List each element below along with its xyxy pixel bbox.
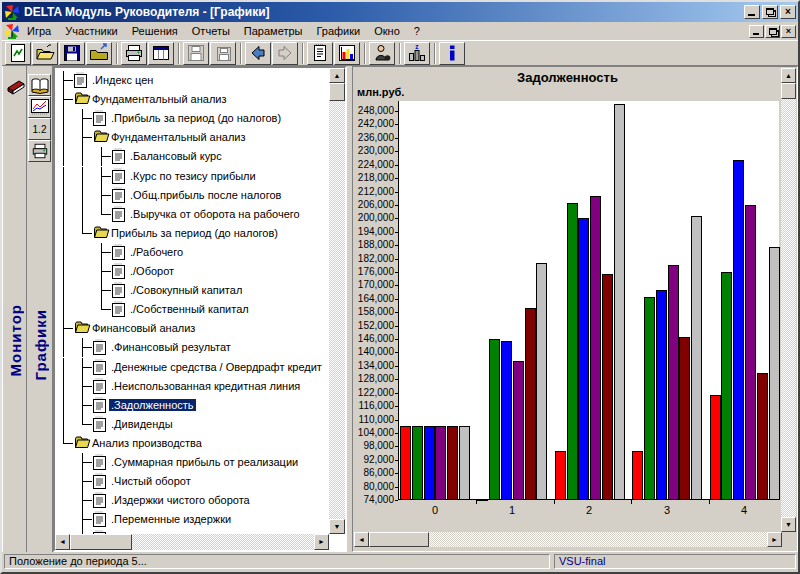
tree-item[interactable]: .Суммарная прибыль от реализации (55, 453, 329, 472)
scroll-left-arrow-icon[interactable]: ◄ (55, 534, 70, 550)
menu-item[interactable]: Графики (309, 23, 367, 39)
tree-hscrollbar[interactable]: ◄ ► (55, 534, 329, 550)
scroll-up-arrow-icon[interactable]: ▲ (329, 68, 345, 83)
chart-hscrollbar[interactable]: ◄ ► (354, 532, 782, 547)
chart-vscroll-thumb[interactable] (781, 83, 796, 99)
tree-item-label[interactable]: .Балансовый курс (128, 150, 224, 162)
tree-item[interactable]: .Издержки чистого оборота (55, 491, 329, 510)
open-book-button[interactable] (28, 74, 51, 96)
new-chart-button[interactable] (5, 42, 31, 65)
minimize-button[interactable] (744, 5, 760, 19)
tree-item-label[interactable]: .Чистый оборот (109, 475, 193, 487)
tree-item-label[interactable]: .Неиспользованная кредитная линия (109, 380, 302, 392)
menu-item[interactable]: Игра (20, 23, 58, 39)
tree-item[interactable]: .Индекс цен (55, 71, 329, 90)
tree-item-label[interactable]: .Индекс цен (90, 74, 155, 86)
tree-item[interactable]: Фундаментальный анализ (55, 128, 329, 147)
tree-item[interactable]: .Общ.прибыль после налогов (55, 186, 329, 205)
tree-item-label[interactable]: .Общ.прибыль после налогов (128, 189, 283, 201)
tree-item-label[interactable]: .Курс по тезису прибыли (128, 170, 258, 182)
tree-item-label[interactable]: Финансовый анализ (90, 322, 197, 334)
menu-item[interactable]: Участники (58, 23, 125, 39)
menu-item[interactable]: Окно (367, 23, 407, 39)
tree-item-label[interactable]: Фундаментальный анализ (90, 93, 229, 105)
back-button[interactable] (245, 42, 271, 65)
save-button[interactable] (59, 42, 85, 65)
menu-item[interactable]: Отчеты (185, 23, 237, 39)
tree-item-label[interactable]: ./Совокупный капитал (128, 284, 244, 296)
export-folder-button[interactable] (86, 42, 112, 65)
tree-item-label[interactable]: ./Оборот (128, 265, 176, 277)
scale-button[interactable]: 1.2 (28, 118, 51, 140)
tree-item[interactable]: ./Собственный капитал (55, 300, 329, 319)
tree-item[interactable]: .Курс по тезису прибыли (55, 167, 329, 186)
tree-item[interactable]: .Финансовый результат (55, 338, 329, 357)
tree-item-label[interactable]: .Прибыль за период (до налогов) (109, 112, 283, 124)
tree-item-label[interactable]: .Финансовый результат (109, 341, 233, 353)
tree-item-label[interactable]: .Переменные издержки (109, 513, 233, 525)
tree-vscrollbar[interactable]: ▲ ▼ (329, 68, 345, 534)
back-arrow-icon (248, 43, 268, 63)
tree-item[interactable]: Фундаментальный анализ (55, 90, 329, 109)
tree-item-label[interactable]: Анализ производства (90, 437, 204, 449)
close-button[interactable]: × (780, 5, 796, 19)
tree-hscroll-thumb[interactable] (70, 534, 132, 550)
tree-item[interactable]: .Неиспользованная кредитная линия (55, 377, 329, 396)
restore-button[interactable] (762, 5, 778, 19)
tree-item-label[interactable]: ./Рабочего (128, 246, 185, 258)
sidebar-tab-monitor[interactable]: Монитор (2, 66, 27, 552)
tree-item[interactable]: Финансовый анализ (55, 319, 329, 338)
line-chart-button[interactable] (28, 96, 51, 118)
print-sidebar-button[interactable] (28, 140, 51, 162)
tree-item[interactable]: .Чистый оборот (55, 472, 329, 491)
tree-item[interactable]: .Выручка от оборота на рабочего (55, 205, 329, 224)
tree-item[interactable]: ./Совокупный капитал (55, 281, 329, 300)
chart-button[interactable] (334, 42, 360, 65)
tree-item[interactable]: .Денежные средства / Овердрафт кредит (55, 358, 329, 377)
tree-item-label[interactable]: .Суммарная прибыль от реализации (109, 456, 300, 468)
tree-item-label-selected[interactable]: .Задолженность (109, 399, 196, 411)
chart-hscroll-thumb[interactable] (369, 532, 429, 547)
sidebar-tab-graphs[interactable]: 1.2 Графики (27, 66, 53, 552)
tree-item-label[interactable]: ./Собственный капитал (128, 303, 251, 315)
tree-item[interactable]: .Прибыль за период (до налогов) (55, 109, 329, 128)
tree-vscroll-thumb[interactable] (329, 83, 345, 101)
print-button[interactable] (121, 42, 147, 65)
scroll-right-arrow-icon[interactable]: ► (767, 532, 782, 547)
scroll-right-arrow-icon[interactable]: ► (314, 534, 329, 550)
tree-item[interactable]: Прибыль за период (до налогов) (55, 224, 329, 243)
tree-item-label[interactable]: .Выручка от оборота на рабочего (128, 208, 302, 220)
tree-item[interactable]: ./Рабочего (55, 243, 329, 262)
tree-item[interactable]: .Задолженность (55, 396, 329, 415)
scroll-down-arrow-icon[interactable]: ▼ (329, 519, 345, 534)
menu-item[interactable]: ? (407, 23, 427, 39)
table-button[interactable] (148, 42, 174, 65)
scroll-up-arrow-icon[interactable]: ▲ (781, 68, 796, 83)
document-icon[interactable] (4, 23, 20, 39)
tree-item[interactable]: .Переменные издержки (55, 510, 329, 529)
tree-item-label[interactable]: .Издержки чистого оборота (109, 494, 252, 506)
bar-blue-period-3 (656, 290, 667, 500)
tree-item[interactable]: ./Оборот (55, 262, 329, 281)
export-folder-icon (89, 43, 109, 63)
scroll-left-arrow-icon[interactable]: ◄ (354, 532, 369, 547)
tree-item[interactable]: Анализ производства (55, 434, 329, 453)
mdi-close-button[interactable]: × (781, 25, 796, 38)
chart-vscrollbar[interactable]: ▲ ▼ (781, 68, 796, 532)
tree-item-label[interactable]: Фундаментальный анализ (109, 131, 248, 143)
menu-item[interactable]: Параметры (237, 23, 310, 39)
participants-button[interactable] (369, 42, 395, 65)
tree-item-label[interactable]: Прибыль за период (до налогов) (109, 227, 280, 239)
report-button[interactable] (307, 42, 333, 65)
ranking-button[interactable]: z (404, 42, 430, 65)
scroll-down-arrow-icon[interactable]: ▼ (781, 517, 796, 532)
tree-item-label[interactable]: .Денежные средства / Овердрафт кредит (109, 361, 324, 373)
mdi-minimize-button[interactable] (749, 25, 764, 38)
tree-item-label[interactable]: .Дивиденды (109, 418, 175, 430)
info-button[interactable] (439, 42, 465, 65)
tree-item[interactable]: .Балансовый курс (55, 147, 329, 166)
open-button[interactable] (32, 42, 58, 65)
menu-item[interactable]: Решения (125, 23, 185, 39)
mdi-restore-button[interactable] (765, 25, 780, 38)
tree-item[interactable]: .Дивиденды (55, 415, 329, 434)
